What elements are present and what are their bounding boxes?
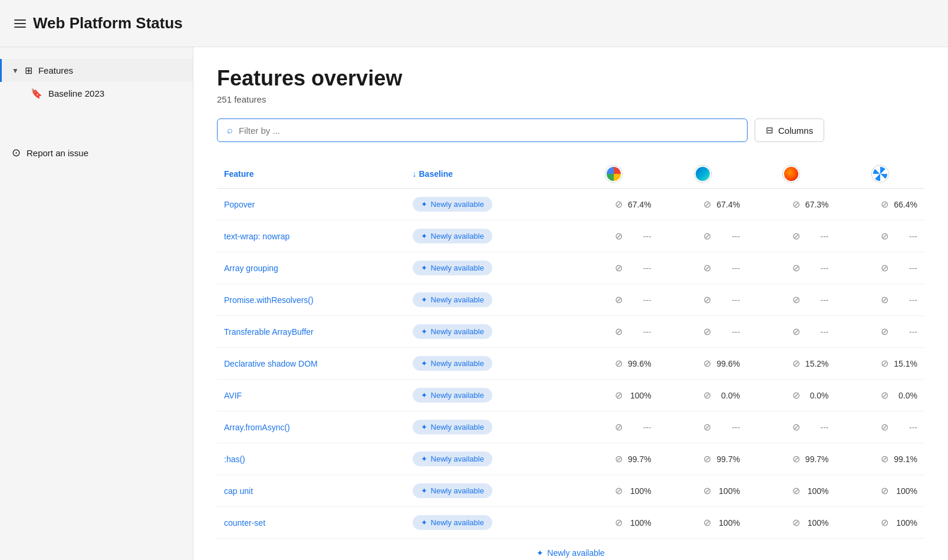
sidebar-item-features[interactable]: ▼ ⊞ Features — [0, 59, 193, 82]
check-circle-icon: ⊘ — [703, 199, 711, 210]
check-circle-icon: ⊘ — [703, 421, 711, 433]
browser-cell: ⊘--- — [836, 316, 924, 348]
newly-available-badge: ✦Newly available — [413, 515, 492, 530]
feature-name-cell[interactable]: AVIF — [217, 380, 406, 411]
browser-percentage: 99.1% — [891, 454, 917, 464]
check-circle-icon: ⊘ — [881, 517, 888, 528]
col-feature[interactable]: Feature — [217, 160, 406, 189]
chevron-down-icon: ▼ — [12, 67, 19, 75]
check-circle-icon: ⊘ — [703, 326, 711, 337]
sidebar-item-baseline[interactable]: 🔖 Baseline 2023 — [0, 82, 193, 105]
browser-percentage: --- — [626, 423, 651, 432]
browser-percentage: 0.0% — [891, 391, 917, 400]
col-baseline[interactable]: ↓ Baseline — [406, 160, 570, 189]
badge-star-icon: ✦ — [421, 391, 427, 400]
check-circle-icon: ⊘ — [615, 262, 623, 274]
app-header: Web Platform Status — [0, 0, 948, 47]
check-circle-icon: ⊘ — [881, 199, 888, 210]
grid-icon: ⊞ — [25, 65, 32, 76]
badge-star-icon: ✦ — [421, 295, 427, 304]
baseline-cell: ✦Newly available — [406, 507, 570, 539]
check-circle-icon: ⊘ — [792, 262, 800, 274]
browser-cell: ⊘--- — [659, 252, 747, 284]
browser-percentage: 67.3% — [803, 200, 829, 209]
badge-star-icon: ✦ — [421, 327, 427, 336]
check-circle-icon: ⊘ — [615, 453, 623, 465]
feature-name-cell[interactable]: Transferable ArrayBuffer — [217, 316, 406, 348]
newly-available-badge: ✦Newly available — [413, 292, 492, 307]
browser-percentage: 100% — [891, 518, 917, 528]
check-circle-icon: ⊘ — [792, 517, 800, 528]
check-circle-icon: ⊘ — [792, 390, 800, 401]
col-chrome — [570, 160, 658, 189]
feature-name-cell[interactable]: Declarative shadow DOM — [217, 348, 406, 380]
columns-label: Columns — [778, 126, 813, 136]
feature-name-cell[interactable]: Popover — [217, 189, 406, 220]
sidebar-baseline-label: Baseline 2023 — [48, 88, 104, 98]
browser-cell: ⊘0.0% — [659, 380, 747, 411]
browser-cell: ⊘0.0% — [747, 380, 835, 411]
sidebar-item-report[interactable]: ⊙ Report an issue — [0, 140, 193, 165]
baseline-cell: ✦Newly available — [406, 348, 570, 380]
browser-cell: ⊘99.6% — [659, 348, 747, 380]
badge-star-icon: ✦ — [421, 486, 427, 495]
check-circle-icon: ⊘ — [881, 262, 888, 274]
browser-cell: ⊘--- — [570, 252, 658, 284]
browser-percentage: --- — [714, 327, 740, 337]
browser-percentage: 0.0% — [714, 391, 740, 400]
check-circle-icon: ⊘ — [792, 421, 800, 433]
filter-input[interactable] — [239, 126, 738, 136]
newly-available-badge: ✦Newly available — [413, 452, 492, 466]
menu-button[interactable] — [14, 19, 26, 28]
browser-percentage: 99.7% — [714, 454, 740, 464]
browser-percentage: 67.4% — [714, 200, 740, 209]
browser-cell: ⊘--- — [570, 316, 658, 348]
browser-cell: ⊘--- — [659, 284, 747, 316]
firefox-icon — [783, 166, 799, 182]
browser-percentage: 100% — [803, 518, 829, 528]
columns-button[interactable]: ⊟ Columns — [755, 118, 824, 142]
table-row: Promise.withResolvers()✦Newly available⊘… — [217, 284, 924, 316]
feature-name-cell[interactable]: :has() — [217, 443, 406, 475]
check-circle-icon: ⊘ — [792, 326, 800, 337]
newly-available-badge: ✦Newly available — [413, 388, 492, 403]
browser-percentage: 99.7% — [803, 454, 829, 464]
browser-cell: ⊘66.4% — [836, 189, 924, 220]
newly-available-badge: ✦Newly available — [413, 356, 492, 371]
badge-text: Newly available — [431, 263, 484, 272]
badge-star-icon: ✦ — [421, 454, 427, 463]
feature-name-cell[interactable]: Promise.withResolvers() — [217, 284, 406, 316]
browser-percentage: --- — [714, 295, 740, 305]
feature-name-cell[interactable]: Array grouping — [217, 252, 406, 284]
main-layout: ▼ ⊞ Features 🔖 Baseline 2023 ⊙ Report an… — [0, 0, 948, 560]
table-row: Array.fromAsync()✦Newly available⊘---⊘--… — [217, 411, 924, 443]
check-circle-icon: ⊘ — [881, 485, 888, 496]
browser-cell: ⊘--- — [747, 316, 835, 348]
feature-name-cell[interactable]: text-wrap: nowrap — [217, 220, 406, 252]
browser-percentage: 15.2% — [803, 359, 829, 368]
search-icon: ⌕ — [227, 125, 233, 136]
check-circle-icon: ⊘ — [792, 230, 800, 242]
browser-percentage: 100% — [803, 486, 829, 496]
check-circle-icon: ⊘ — [792, 358, 800, 369]
browser-cell: ⊘100% — [747, 507, 835, 539]
browser-cell: ⊘--- — [570, 220, 658, 252]
feature-name-cell[interactable]: cap unit — [217, 475, 406, 507]
feature-name-cell[interactable]: Array.fromAsync() — [217, 411, 406, 443]
browser-percentage: --- — [803, 263, 829, 273]
browser-cell: ⊘--- — [747, 411, 835, 443]
browser-cell: ⊘--- — [659, 316, 747, 348]
newly-available-legend: ✦ Newly available — [536, 548, 604, 558]
bookmark-icon: 🔖 — [31, 88, 42, 99]
check-circle-icon: ⊘ — [703, 358, 711, 369]
browser-cell: ⊘99.6% — [570, 348, 658, 380]
col-edge — [659, 160, 747, 189]
check-circle-icon: ⊘ — [615, 199, 623, 210]
browser-percentage: 99.6% — [714, 359, 740, 368]
browser-percentage: --- — [891, 232, 917, 241]
browser-percentage: 66.4% — [891, 200, 917, 209]
browser-cell: ⊘100% — [570, 380, 658, 411]
columns-icon: ⊟ — [766, 125, 773, 136]
feature-name-cell[interactable]: counter-set — [217, 507, 406, 539]
check-circle-icon: ⊘ — [615, 421, 623, 433]
